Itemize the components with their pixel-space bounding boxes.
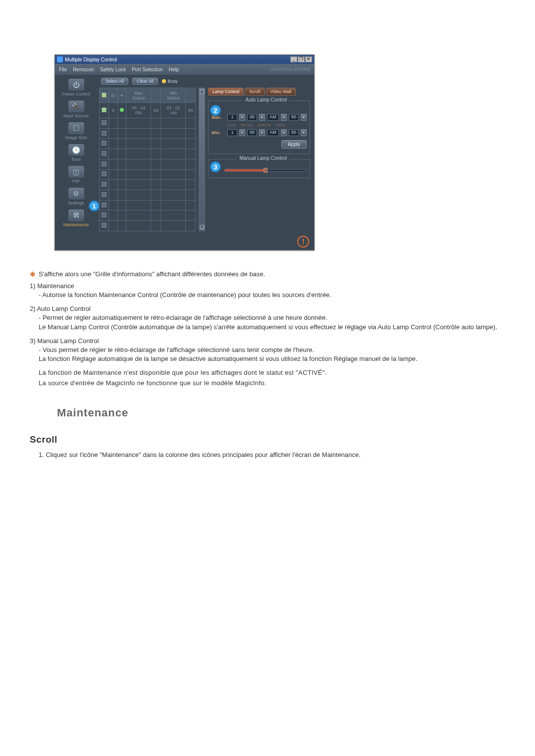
table-row[interactable] <box>100 180 196 190</box>
table-row[interactable] <box>100 221 196 231</box>
window-title: Multiple Display Control <box>65 57 117 62</box>
app-window: Multiple Display Control _ ❐ ✕ File Remo… <box>54 54 315 251</box>
dropdown-icon[interactable]: ▾ <box>259 114 265 121</box>
row-checkbox[interactable] <box>102 182 107 187</box>
row-checkbox[interactable] <box>102 131 107 136</box>
menu-help[interactable]: Help <box>168 67 179 72</box>
minimize-button[interactable]: _ <box>290 56 297 62</box>
table-row[interactable] <box>100 210 196 221</box>
max-minute-input[interactable]: 00 <box>247 114 257 121</box>
table-row[interactable] <box>100 128 196 139</box>
row-checkbox[interactable] <box>102 141 107 146</box>
settings-icon: ⚙ <box>68 188 84 200</box>
min-value-input[interactable]: 50 <box>289 129 299 136</box>
row-checkbox[interactable] <box>102 212 107 217</box>
menu-remocon[interactable]: Remocon <box>73 67 94 72</box>
sidebar-label-pip: PIP <box>57 179 95 184</box>
tab-video-wall[interactable]: Video Wall <box>266 88 296 96</box>
dropdown-icon[interactable]: ▾ <box>301 129 307 136</box>
heading-scroll: Scroll <box>30 434 505 445</box>
max-value-input[interactable]: 50 <box>289 114 299 121</box>
table-row[interactable] <box>100 149 196 159</box>
brand-label: SAMSUNG DIGITall <box>270 67 310 72</box>
item3-body-1: - Vous permet de régler le rétro-éclaira… <box>39 346 505 355</box>
table-row[interactable] <box>100 200 196 210</box>
tab-lamp-control[interactable]: Lamp Control <box>208 88 244 96</box>
min-minute-input[interactable]: 00 <box>247 129 257 136</box>
sidebar-item-pip[interactable]: ◫ PIP <box>57 164 95 186</box>
row-checkbox[interactable] <box>102 171 107 176</box>
row-checkbox[interactable] <box>102 107 107 112</box>
sublabel-minute: Minute <box>241 123 253 127</box>
table-row[interactable]: 0 05 : 04 PM 60 03 : 02 AM 80 <box>100 103 196 118</box>
callout-2: 2 <box>210 105 221 116</box>
dropdown-icon[interactable]: ▾ <box>281 114 287 121</box>
pip-icon: ◫ <box>68 166 84 178</box>
table-row[interactable] <box>100 118 196 128</box>
tabs: Lamp Control Scroll Video Wall <box>208 88 310 96</box>
manual-lamp-slider-row: 50 <box>212 167 307 173</box>
scroll-down-icon[interactable]: ▼ <box>200 225 205 230</box>
slider-thumb[interactable] <box>264 168 268 173</box>
sidebar: ⏻ Power Control 🔌 Input Source 🖵 Image S… <box>55 75 97 233</box>
sidebar-item-input[interactable]: 🔌 Input Source <box>57 99 95 120</box>
scroll-up-icon[interactable]: ▲ <box>200 89 205 94</box>
select-all-button[interactable]: Select All <box>101 78 128 85</box>
menu-safety-lock[interactable]: Safety Lock <box>100 67 126 72</box>
main-panel: Select All Clear All Busy ID ✦ M <box>97 75 314 233</box>
dropdown-icon[interactable]: ▾ <box>259 129 265 136</box>
apply-button[interactable]: Apply <box>281 140 307 149</box>
sublabel-value: Value <box>276 123 286 127</box>
menu-port-selection[interactable]: Port Selection <box>132 67 162 72</box>
dropdown-icon[interactable]: ▾ <box>281 129 287 136</box>
row-checkbox[interactable] <box>102 151 107 156</box>
table-row[interactable] <box>100 139 196 149</box>
dropdown-icon[interactable]: ▾ <box>239 114 245 121</box>
table-row[interactable] <box>100 190 196 201</box>
table-row[interactable] <box>100 159 196 169</box>
callout-1: 1 <box>89 201 100 211</box>
item1-head: 1) Maintenance <box>30 282 505 290</box>
table-row[interactable] <box>100 169 196 180</box>
grid-scrollbar[interactable]: ▲ ▼ <box>199 88 205 231</box>
restore-button[interactable]: ❐ <box>298 56 305 62</box>
cell-max: 05 : 04 PM <box>126 103 151 118</box>
dropdown-icon[interactable]: ▾ <box>301 114 307 121</box>
col-max-val <box>151 88 161 103</box>
header-checkbox[interactable] <box>102 93 107 98</box>
star-icon: ✱ <box>30 270 36 278</box>
min-ampm-input[interactable]: AM <box>267 129 279 136</box>
time-icon: 🕓 <box>68 144 84 156</box>
cell-min: 03 : 02 AM <box>161 103 186 118</box>
app-body: ⏻ Power Control 🔌 Input Source 🖵 Image S… <box>55 75 314 233</box>
item1-body: - Autorise la fonction Maintenance Contr… <box>39 291 505 300</box>
sidebar-item-time[interactable]: 🕓 Time <box>57 142 95 164</box>
max-ampm-input[interactable]: AM <box>267 114 279 121</box>
document-body: ✱ S'affiche alors une "Grille d'informat… <box>30 270 505 458</box>
menu-file[interactable]: File <box>59 67 67 72</box>
lamp-slider[interactable] <box>224 169 307 172</box>
status-bar: ! <box>55 233 314 250</box>
manual-lamp-panel: 3 Manual Lamp Control 50 <box>208 159 310 178</box>
dropdown-icon[interactable]: ▾ <box>239 129 245 136</box>
row-checkbox[interactable] <box>102 202 107 207</box>
max-hour-input[interactable]: 1 <box>227 114 237 121</box>
row-checkbox[interactable] <box>102 192 107 197</box>
close-button[interactable]: ✕ <box>305 56 312 62</box>
sidebar-item-maintenance[interactable]: 🛠 Maintenance <box>57 207 95 229</box>
status-dot-icon <box>120 108 124 112</box>
maintenance-icon: 🛠 <box>68 209 84 221</box>
info-grid: ID ✦ Max Status Min Status 0 05 : 04 PM <box>99 88 196 231</box>
sidebar-item-image[interactable]: 🖵 Image Size <box>57 120 95 142</box>
window-controls: _ ❐ ✕ <box>290 56 312 62</box>
row-checkbox[interactable] <box>102 223 107 228</box>
row-checkbox[interactable] <box>102 161 107 166</box>
col-min-val <box>186 88 196 103</box>
item2-head: 2) Auto Lamp Control <box>30 305 505 312</box>
sidebar-item-power[interactable]: ⏻ Power Control <box>57 77 95 99</box>
min-hour-input[interactable]: 1 <box>227 129 237 136</box>
auto-lamp-panel: 2 Auto Lamp Control Max. 1▾ 00▾ AM▾ 50▾ <box>208 101 310 154</box>
clear-all-button[interactable]: Clear All <box>132 78 158 85</box>
tab-scroll[interactable]: Scroll <box>245 88 265 96</box>
row-checkbox[interactable] <box>102 120 107 125</box>
